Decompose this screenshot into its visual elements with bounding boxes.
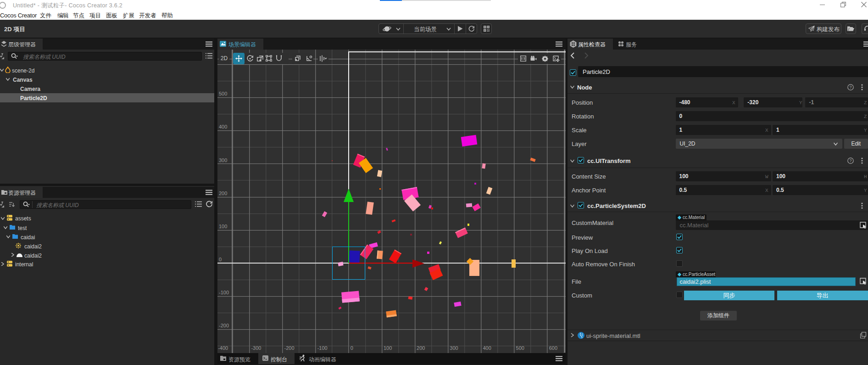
svg-text:?: ? xyxy=(849,158,851,163)
svg-text:?: ? xyxy=(849,85,851,90)
